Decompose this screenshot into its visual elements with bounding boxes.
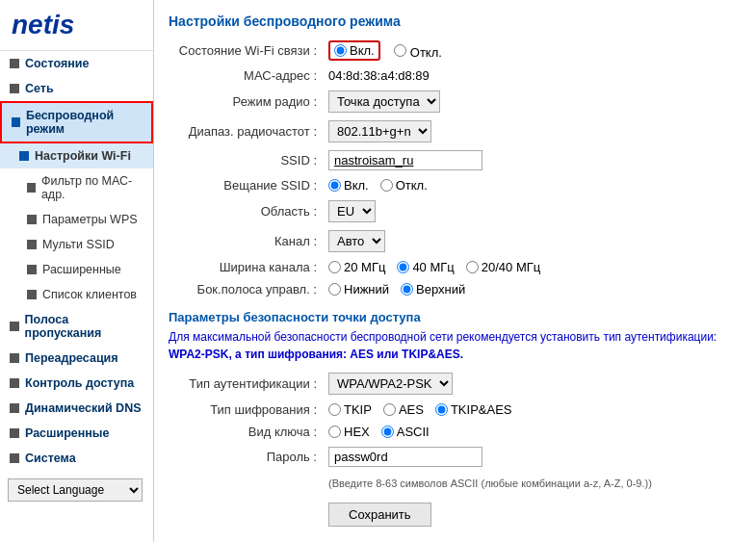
wireless-icon [12,117,20,127]
wifi-on-radio[interactable] [334,44,347,57]
width-40-option[interactable]: 40 МГц [397,260,454,274]
key-hex-radio[interactable] [328,426,341,438]
system-icon [10,453,19,463]
sidebar-item-wps[interactable]: Параметры WPS [0,207,153,232]
security-note-line2: WPA2-PSK, а тип шифрования: AES или TKIP… [169,348,463,361]
region-label: Область : [169,196,323,226]
wifi-on-label: Вкл. [350,43,375,58]
key-ascii-option[interactable]: ASCII [381,425,430,439]
sidebar: netis Состояние Сеть Беспроводной режим … [0,0,154,542]
sidebar-item-client-list-label: Список клиентов [42,288,137,301]
key-ascii-radio[interactable] [381,426,394,438]
sidebar-item-network[interactable]: Сеть [0,76,153,101]
sidebar-item-ddns[interactable]: Динамический DNS [0,396,153,421]
sidebar-item-mac-filter[interactable]: Фильтр по МАС-адр. [0,168,153,207]
main-content: Настройки беспроводного режима Состояние… [154,0,756,542]
sideband-group: Нижний Верхний [328,282,736,297]
sidebar-item-network-label: Сеть [25,82,54,95]
sidebar-item-access-control[interactable]: Контроль доступа [0,371,153,396]
ssid-bc-off-radio[interactable] [380,179,393,192]
sideband-upper-radio[interactable] [401,283,413,296]
wifi-off-label: Откл. [410,45,442,60]
section-title: Настройки беспроводного режима [169,13,742,29]
sidebar-item-bandwidth[interactable]: Полоса пропускания [0,307,153,346]
ssid-bc-on-radio[interactable] [328,179,341,192]
save-button[interactable]: Сохранить [328,503,431,527]
encrypt-tkipaes-label: TKIP&AES [451,402,512,417]
sidebar-item-advanced[interactable]: Расширенные [0,421,153,446]
sidebar-item-system[interactable]: Система [0,446,153,471]
sideband-lower-label: Нижний [344,282,389,297]
key-hex-option[interactable]: HEX [328,425,370,439]
sidebar-item-advanced-wifi[interactable]: Расширенные [0,257,153,282]
sidebar-item-wifi-settings[interactable]: Настройки Wi-Fi [0,143,153,168]
ssid-input[interactable] [328,150,482,170]
sidebar-item-forwarding[interactable]: Переадресация [0,346,153,371]
encrypt-tkip-option[interactable]: TKIP [328,402,372,417]
width-2040-radio[interactable] [466,261,479,273]
client-list-icon [27,290,37,299]
encrypt-tkip-label: TKIP [344,402,372,417]
region-select[interactable]: EU [328,200,376,222]
status-icon [10,59,19,68]
sidebar-item-advanced-wifi-label: Расширенные [42,263,121,276]
sideband-upper-label: Верхний [416,282,465,297]
sideband-label: Бок.полоса управл. : [169,278,323,300]
sidebar-item-wps-label: Параметры WPS [42,213,138,226]
sideband-lower-radio[interactable] [328,283,341,296]
sidebar-item-status-label: Состояние [25,57,89,70]
sidebar-item-client-list[interactable]: Список клиентов [0,282,153,307]
access-icon [10,378,19,388]
wifi-off-radio[interactable] [394,44,406,57]
freq-select[interactable]: 802.11b+g+n [328,120,431,142]
encrypt-tkipaes-option[interactable]: TKIP&AES [435,402,512,417]
advanced-icon [10,428,19,438]
encrypt-aes-radio[interactable] [383,403,396,416]
mac-label: МАС-адрес : [169,65,323,87]
ssid-bc-off-option[interactable]: Откл. [380,178,428,193]
sidebar-item-bandwidth-label: Полоса пропускания [25,313,143,340]
wifi-status-label: Состояние Wi-Fi связи : [169,37,323,65]
ssid-row: SSID : [169,146,742,174]
encrypt-tkipaes-radio[interactable] [435,403,448,416]
sidebar-item-wireless-label: Беспроводной режим [26,109,142,136]
width-40-radio[interactable] [397,261,409,273]
sidebar-item-wifi-label: Настройки Wi-Fi [35,149,131,163]
wps-icon [27,215,37,224]
sidebar-item-multi-ssid[interactable]: Мульти SSID [0,232,153,257]
encrypt-group: TKIP AES TKIP&AES [328,402,736,417]
ssid-bc-on-label: Вкл. [344,178,369,193]
sideband-lower-option[interactable]: Нижний [328,282,389,297]
password-input[interactable] [328,447,482,467]
security-note: Для максимальной безопасности беспроводн… [169,328,742,363]
sidebar-item-wireless[interactable]: Беспроводной режим [0,101,153,143]
width-20-radio[interactable] [328,261,341,273]
sidebar-item-access-label: Контроль доступа [25,376,134,390]
forwarding-icon [10,353,19,363]
security-title: Параметры безопасности точки доступа [169,310,742,324]
width-2040-option[interactable]: 20/40 МГц [466,260,540,274]
language-select[interactable]: Select Language [8,478,143,502]
ssid-bc-on-option[interactable]: Вкл. [328,178,369,193]
key-type-row: Вид ключа : HEX ASCII [169,421,742,443]
encrypt-tkip-radio[interactable] [328,403,341,416]
radio-mode-select[interactable]: Точка доступа [328,90,440,113]
auth-select[interactable]: WPA/WPA2-PSK [328,373,453,395]
ssid-broadcast-row: Вещание SSID : Вкл. Откл. [169,174,742,196]
channel-width-label: Ширина канала : [169,256,323,278]
ssid-broadcast-group: Вкл. Откл. [328,178,736,193]
sidebar-item-multi-ssid-label: Мульти SSID [42,238,115,251]
channel-select[interactable]: Авто [328,230,385,252]
sidebar-item-system-label: Система [25,452,76,465]
region-row: Область : EU [169,196,742,226]
sidebar-item-status[interactable]: Состояние [0,51,153,76]
encrypt-label: Тип шифрования : [169,399,323,421]
sidebar-item-forwarding-label: Переадресация [25,351,118,365]
wifi-status-value: Вкл. Откл. [323,37,742,65]
save-row: Сохранить [169,493,742,530]
wifi-status-row: Состояние Wi-Fi связи : Вкл. Откл. [169,37,742,65]
sideband-upper-option[interactable]: Верхний [401,282,465,297]
width-20-option[interactable]: 20 МГц [328,260,385,274]
radio-mode-row: Режим радио : Точка доступа [169,87,742,116]
encrypt-aes-option[interactable]: AES [383,402,424,417]
